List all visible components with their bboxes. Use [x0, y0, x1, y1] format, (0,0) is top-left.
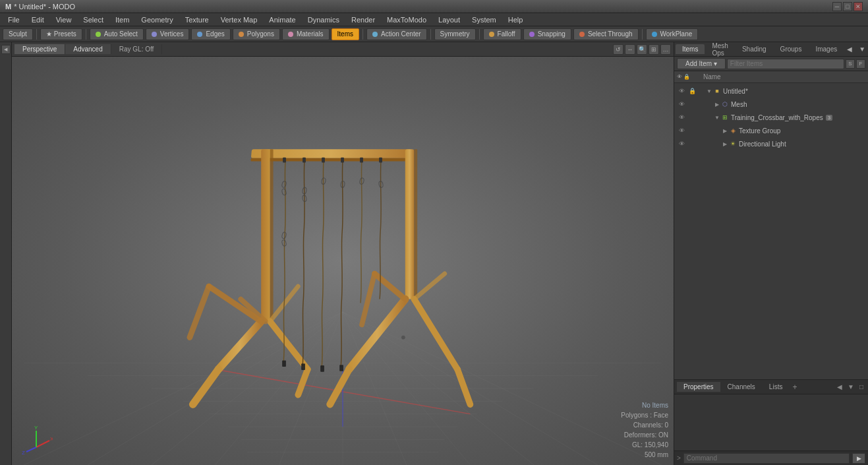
viewport-zoom-btn[interactable]: 🔍	[637, 44, 647, 55]
btab-lists[interactable]: Lists	[763, 382, 790, 392]
presets-button[interactable]: ★ Presets	[40, 28, 82, 40]
vertices-button[interactable]: Vertices	[146, 28, 190, 40]
viewport-more-btn[interactable]: …	[660, 44, 671, 55]
deformers-info: Deformers: ON	[621, 430, 668, 440]
workplane-button[interactable]: WorkPlane	[646, 28, 699, 40]
arrow-mesh: ▶	[714, 100, 720, 109]
viewport[interactable]: Perspective Advanced Ray GL: Off ↺ ↔ 🔍 ⊞…	[12, 42, 674, 465]
lock-untitled[interactable]: 🔒	[687, 86, 697, 96]
filter-search-btn[interactable]: S	[846, 59, 855, 69]
filter-options-btn[interactable]: F	[856, 59, 865, 69]
falloff-dot	[489, 32, 494, 37]
svg-rect-57	[379, 158, 382, 163]
minimize-button[interactable]: ─	[832, 2, 842, 11]
falloff-button[interactable]: Falloff	[483, 28, 521, 40]
menu-select[interactable]: Select	[78, 15, 109, 25]
svg-line-37	[298, 369, 308, 395]
bottom-panel-controls: ◀ ▼ □	[835, 383, 865, 390]
tree-row-texture[interactable]: 👁 ▶ ◈ Texture Group	[674, 124, 868, 137]
viewport-fit-btn[interactable]: ⊞	[649, 44, 659, 55]
visibility-mesh[interactable]: 👁	[677, 100, 686, 109]
menu-help[interactable]: Help	[503, 15, 529, 25]
bottom-panel-pin-btn[interactable]: ◀	[835, 383, 844, 390]
right-panel: Items Mesh Ops Shading Groups Images ◀ ▼…	[674, 42, 868, 465]
tab-items[interactable]: Items	[676, 44, 705, 54]
bottom-panel-expand-btn[interactable]: ▼	[846, 383, 856, 390]
gl-info: GL: 150,940	[621, 440, 668, 450]
add-item-button[interactable]: Add Item ▾	[677, 58, 726, 69]
viewport-pan-btn[interactable]: ↔	[625, 44, 635, 55]
materials-button[interactable]: Materials	[282, 28, 330, 40]
bottom-panel-float-btn[interactable]: □	[857, 383, 865, 390]
autoselect-button[interactable]: Auto Select	[90, 28, 144, 40]
maximize-button[interactable]: □	[843, 2, 852, 11]
toolbar-sep-5	[479, 29, 480, 40]
menu-texture[interactable]: Texture	[180, 15, 214, 25]
tab-groups[interactable]: Groups	[774, 44, 809, 54]
tree-row-light[interactable]: 👁 ▶ ☀ Directional Light	[674, 137, 868, 150]
right-panel-more-btn[interactable]: ▼	[856, 44, 868, 54]
tree-row-untitled[interactable]: 👁 🔒 ▼ ■ Untitled*	[674, 84, 868, 98]
menu-file[interactable]: File	[3, 15, 25, 25]
svg-text:X: X	[50, 436, 53, 442]
tab-meshops[interactable]: Mesh Ops	[705, 41, 734, 58]
menu-vertexmap[interactable]: Vertex Map	[216, 15, 263, 25]
menu-animate[interactable]: Animate	[264, 15, 301, 25]
svg-line-31	[414, 299, 457, 369]
select-through-button[interactable]: Select Through	[573, 28, 639, 40]
menu-item[interactable]: Item	[110, 15, 134, 25]
viewport-tab-raygl[interactable]: Ray GL: Off	[111, 44, 163, 54]
crossbar-badge: 3	[826, 115, 832, 121]
properties-content	[674, 394, 868, 450]
sculpt-button[interactable]: Sculpt	[3, 28, 33, 40]
edges-button[interactable]: Edges	[191, 28, 230, 40]
viewport-tab-advanced[interactable]: Advanced	[65, 44, 111, 54]
left-panel-btn-1[interactable]: ◀	[1, 45, 11, 54]
label-light: Directional Light	[739, 140, 786, 148]
btab-properties[interactable]: Properties	[677, 382, 720, 392]
svg-line-30	[349, 299, 405, 369]
visibility-texture[interactable]: 👁	[677, 126, 686, 135]
menu-view[interactable]: View	[51, 15, 77, 25]
snapping-button[interactable]: Snapping	[523, 28, 571, 40]
btab-channels[interactable]: Channels	[721, 382, 762, 392]
items-button[interactable]: Items	[332, 28, 359, 40]
3d-viewport[interactable]: No Items Polygons : Face Channels: 0 Def…	[12, 57, 674, 465]
tab-shading[interactable]: Shading	[736, 44, 773, 54]
tab-images[interactable]: Images	[809, 44, 844, 54]
right-toolbar: Add Item ▾ S F	[674, 57, 868, 71]
visibility-crossbar[interactable]: 👁	[677, 113, 686, 122]
menu-render[interactable]: Render	[346, 15, 380, 25]
menu-system[interactable]: System	[467, 15, 502, 25]
svg-rect-55	[341, 158, 344, 163]
polygons-dot	[239, 32, 244, 37]
btab-add-btn[interactable]: +	[792, 383, 797, 392]
axis-indicator: X Y Z	[20, 424, 53, 457]
filter-items-input[interactable]	[727, 59, 844, 69]
svg-rect-56	[360, 158, 363, 163]
command-input[interactable]	[683, 453, 850, 464]
right-panel-pin-btn[interactable]: ◀	[844, 44, 855, 54]
svg-rect-22	[250, 158, 410, 162]
menu-layout[interactable]: Layout	[433, 15, 465, 25]
svg-point-44	[281, 232, 287, 239]
tree-row-mesh[interactable]: 👁 ▶ ⬡ Mesh	[674, 98, 868, 111]
workplane-dot	[652, 32, 657, 37]
command-submit-btn[interactable]: ▶	[852, 453, 865, 464]
action-center-button[interactable]: Action Center	[366, 28, 427, 40]
label-texture: Texture Group	[739, 127, 780, 135]
viewport-rotate-btn[interactable]: ↺	[613, 44, 623, 55]
menu-dynamics[interactable]: Dynamics	[303, 15, 345, 25]
add-item-chevron: ▾	[714, 60, 717, 67]
symmetry-button[interactable]: Symmetry	[434, 28, 476, 40]
visibility-light[interactable]: 👁	[677, 139, 686, 148]
menu-maxtomodo[interactable]: MaxToModo	[382, 15, 432, 25]
tree-row-crossbar[interactable]: 👁 ▼ ⊞ Training_Crossbar_with_Ropes 3	[674, 111, 868, 124]
polygons-button[interactable]: Polygons	[233, 28, 280, 40]
menu-geometry[interactable]: Geometry	[136, 15, 178, 25]
menu-edit[interactable]: Edit	[26, 15, 49, 25]
close-button[interactable]: ✕	[854, 2, 863, 11]
visibility-untitled[interactable]: 👁	[677, 86, 686, 96]
tree-visibility-col: 👁 🔒	[677, 74, 703, 80]
viewport-tab-perspective[interactable]: Perspective	[14, 44, 65, 54]
